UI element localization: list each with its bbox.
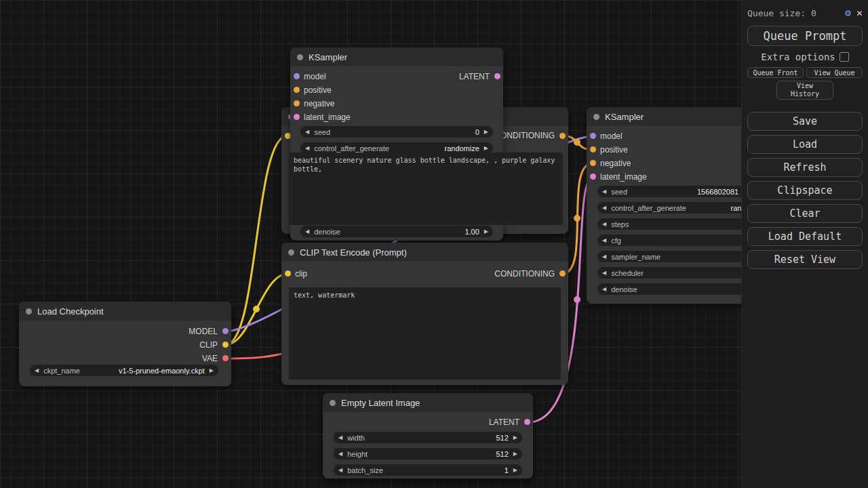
decrement-arrow-icon[interactable]: ◀ (602, 286, 606, 292)
output-label-conditioning: CONDITIONING (494, 130, 555, 141)
app-window: CLIP Text Encode (Prompt) clip CONDITION… (0, 0, 868, 488)
output-socket-latent[interactable] (494, 73, 500, 79)
input-socket-positive[interactable] (590, 146, 596, 152)
input-label-clip: clip (295, 268, 307, 279)
output-label-conditioning: CONDITIONING (494, 268, 555, 279)
node-title: KSampler (309, 52, 347, 62)
input-label-model: model (600, 131, 623, 142)
reset-view-button[interactable]: Reset View (747, 250, 863, 269)
ckpt-name-widget[interactable]: ◀ ckpt_name v1-5-pruned-emaonly.ckpt ▶ (30, 365, 218, 376)
increment-arrow-icon[interactable]: ▶ (513, 467, 517, 473)
input-socket-model[interactable] (590, 133, 596, 139)
node-title: Empty Latent Image (341, 398, 420, 408)
save-button[interactable]: Save (747, 112, 863, 131)
input-label-positive: positive (600, 144, 628, 155)
load-button[interactable]: Load (747, 135, 863, 154)
decrement-arrow-icon[interactable]: ◀ (338, 451, 342, 457)
next-arrow-icon[interactable]: ▶ (210, 367, 214, 373)
input-label-latent-image: latent_image (600, 171, 647, 182)
node-title-bar[interactable]: CLIP Text Encode (Prompt) (281, 243, 568, 262)
node-title: CLIP Text Encode (Prompt) (300, 247, 407, 258)
decrement-arrow-icon[interactable]: ◀ (338, 467, 342, 473)
comfy-menu-panel: Queue size: 0 ⚙ ✕ Queue Prompt Extra opt… (741, 0, 868, 488)
settings-gear-icon[interactable]: ⚙ (845, 7, 851, 19)
prompt-textarea-positive[interactable]: beautiful scenery nature glass bottle la… (289, 152, 563, 225)
input-socket-negative[interactable] (294, 100, 300, 106)
width-widget[interactable]: ◀ width 512 ▶ (334, 432, 522, 443)
node-collapse-dot[interactable] (288, 249, 294, 256)
output-label-vae: VAE (202, 353, 218, 364)
decrement-arrow-icon[interactable]: ◀ (602, 237, 606, 243)
extra-options-row: Extra options (747, 52, 863, 62)
node-collapse-dot[interactable] (593, 114, 599, 120)
input-label-negative: negative (304, 98, 334, 109)
output-socket-conditioning[interactable] (559, 133, 566, 139)
node-collapse-dot[interactable] (26, 308, 32, 314)
node-title-bar[interactable]: Load Checkpoint (19, 302, 231, 321)
input-socket-latent-image[interactable] (590, 174, 596, 180)
load-default-button[interactable]: Load Default (747, 227, 863, 246)
input-socket-clip[interactable] (285, 270, 291, 277)
increment-arrow-icon[interactable]: ▶ (484, 145, 488, 151)
node-clip-text-encode-negative[interactable]: CLIP Text Encode (Prompt) clip CONDITION… (281, 243, 568, 385)
queue-prompt-button[interactable]: Queue Prompt (747, 26, 863, 46)
node-load-checkpoint[interactable]: Load Checkpoint MODEL CLIP VAE ◀ ckpt_na… (19, 302, 231, 386)
output-socket-vae[interactable] (222, 355, 229, 361)
extra-options-checkbox[interactable] (840, 52, 849, 62)
output-socket-clip[interactable] (222, 342, 229, 348)
input-label-model: model (304, 71, 326, 82)
view-history-button[interactable]: View History (776, 81, 833, 100)
decrement-arrow-icon[interactable]: ◀ (602, 188, 606, 195)
increment-arrow-icon[interactable]: ▶ (484, 228, 488, 235)
output-socket-model[interactable] (222, 328, 229, 334)
decrement-arrow-icon[interactable]: ◀ (305, 145, 309, 151)
close-menu-icon[interactable]: ✕ (856, 7, 863, 19)
decrement-arrow-icon[interactable]: ◀ (602, 205, 606, 211)
output-socket-latent[interactable] (524, 419, 530, 425)
node-title-bar[interactable]: KSampler (290, 47, 503, 66)
decrement-arrow-icon[interactable]: ◀ (602, 253, 606, 260)
input-socket-latent-image[interactable] (294, 114, 300, 120)
queue-size-label: Queue size: 0 (747, 8, 840, 18)
height-widget[interactable]: ◀ height 512 ▶ (334, 448, 522, 460)
decrement-arrow-icon[interactable]: ◀ (305, 228, 309, 235)
input-label-negative: negative (600, 158, 631, 169)
output-label-clip: CLIP (199, 340, 218, 350)
input-label-latent-image: latent_image (304, 112, 351, 123)
menu-header: Queue size: 0 ⚙ ✕ (747, 5, 863, 20)
node-title-bar[interactable]: Empty Latent Image (323, 393, 533, 412)
input-socket-positive[interactable] (294, 87, 300, 93)
node-collapse-dot[interactable] (330, 400, 336, 406)
refresh-button[interactable]: Refresh (747, 158, 863, 177)
output-label-model: MODEL (189, 326, 218, 337)
increment-arrow-icon[interactable]: ▶ (513, 451, 517, 457)
node-empty-latent-image[interactable]: Empty Latent Image LATENT ◀ width 512 ▶ … (323, 393, 533, 479)
decrement-arrow-icon[interactable]: ◀ (338, 434, 342, 441)
queue-front-button[interactable]: Queue Front (747, 67, 804, 78)
clipspace-button[interactable]: Clipspace (747, 181, 863, 200)
seed-widget[interactable]: ◀ seed 0 ▶ (300, 126, 493, 138)
clear-button[interactable]: Clear (747, 204, 863, 223)
output-label-latent: LATENT (459, 71, 490, 82)
queue-buttons-row: Queue Front View Queue (747, 67, 863, 78)
output-socket-conditioning[interactable] (559, 270, 566, 277)
decrement-arrow-icon[interactable]: ◀ (305, 129, 309, 135)
view-queue-button[interactable]: View Queue (806, 67, 863, 78)
extra-options-label: Extra options (761, 52, 835, 62)
input-label-positive: positive (304, 85, 332, 96)
increment-arrow-icon[interactable]: ▶ (484, 129, 488, 135)
increment-arrow-icon[interactable]: ▶ (513, 434, 517, 441)
node-title: KSampler (605, 112, 644, 122)
batch-size-widget[interactable]: ◀ batch_size 1 ▶ (334, 464, 522, 476)
decrement-arrow-icon[interactable]: ◀ (602, 270, 606, 276)
prev-arrow-icon[interactable]: ◀ (35, 367, 39, 373)
decrement-arrow-icon[interactable]: ◀ (602, 221, 606, 227)
input-socket-negative[interactable] (590, 160, 596, 166)
denoise-widget[interactable]: ◀ denoise 1.00 ▶ (300, 226, 493, 237)
input-socket-model[interactable] (294, 73, 300, 79)
node-collapse-dot[interactable] (297, 54, 303, 60)
output-label-latent: LATENT (489, 417, 519, 428)
prompt-textarea-negative[interactable]: text, watermark (289, 287, 561, 380)
node-title: Load Checkpoint (37, 306, 104, 317)
